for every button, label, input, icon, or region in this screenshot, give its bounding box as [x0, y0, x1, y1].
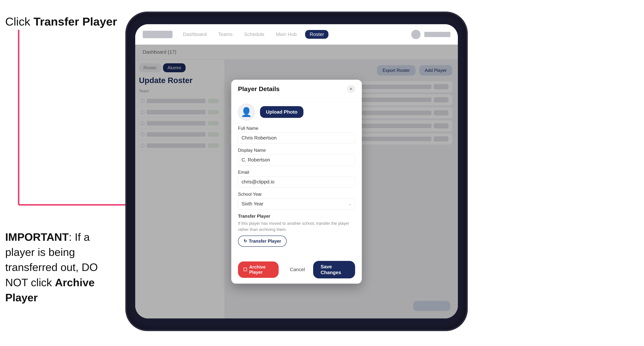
save-changes-button[interactable]: Save Changes: [313, 261, 355, 278]
nav-user-text: [424, 32, 450, 37]
transfer-button-label: Transfer Player: [249, 239, 281, 244]
email-group: Email chris@clippd.io: [238, 170, 355, 187]
instruction-important: IMPORTANT: [5, 231, 69, 243]
nav-right: [411, 30, 450, 39]
nav-item-teams[interactable]: Teams: [215, 30, 236, 39]
display-name-label: Display Name: [238, 148, 355, 153]
email-label: Email: [238, 170, 355, 175]
full-name-input[interactable]: Chris Robertson: [238, 132, 355, 144]
cancel-button[interactable]: Cancel: [284, 264, 310, 275]
dialog-header: Player Details ×: [231, 80, 362, 99]
nav-bar: Dashboard Teams Schedule Main Hub Roster: [135, 24, 458, 45]
instruction-bottom: IMPORTANT: If a player is being transfer…: [5, 229, 114, 305]
instruction-prefix: Click: [5, 15, 34, 28]
display-name-group: Display Name C. Robertson: [238, 148, 355, 166]
avatar-icon: 👤: [241, 107, 252, 117]
nav-item-schedule[interactable]: Schedule: [241, 30, 267, 39]
full-name-label: Full Name: [238, 126, 355, 131]
instruction-bold: Transfer Player: [34, 15, 117, 28]
nav-item-roster[interactable]: Roster: [305, 30, 328, 39]
school-year-value: Sixth Year: [242, 201, 263, 207]
app-logo: [143, 31, 172, 38]
dialog-close-button[interactable]: ×: [347, 85, 355, 93]
nav-avatar: [411, 30, 420, 39]
display-name-input[interactable]: C. Robertson: [238, 154, 355, 166]
dialog-body: 👤 Upload Photo Full Name Chris Robertson: [231, 99, 362, 257]
transfer-description: If this player has moved to another scho…: [238, 220, 355, 233]
archive-player-button[interactable]: ☐ Archive Player: [238, 261, 279, 278]
player-details-dialog: Player Details × 👤 Upload Photo: [231, 80, 362, 284]
transfer-section: Transfer Player If this player has moved…: [238, 214, 355, 247]
avatar-placeholder: 👤: [238, 104, 255, 121]
school-year-label: School Year: [238, 192, 355, 197]
nav-item-dashboard[interactable]: Dashboard: [180, 30, 210, 39]
dialog-title: Player Details: [238, 85, 280, 93]
nav-item-mainhub[interactable]: Main Hub: [273, 30, 300, 39]
school-year-group: School Year Sixth Year ⌄: [238, 192, 355, 209]
archive-label: Archive Player: [249, 264, 274, 275]
chevron-down-icon: ⌄: [348, 202, 352, 206]
email-input[interactable]: chris@clippd.io: [238, 176, 355, 187]
instruction-top: Click Transfer Player: [5, 15, 117, 28]
transfer-icon: ↻: [244, 239, 247, 244]
transfer-player-button[interactable]: ↻ Transfer Player: [238, 236, 287, 247]
dialog-footer: ☐ Archive Player Cancel Save Changes: [231, 257, 362, 284]
nav-items: Dashboard Teams Schedule Main Hub Roster: [180, 30, 404, 39]
school-year-select[interactable]: Sixth Year ⌄: [238, 198, 355, 209]
transfer-title: Transfer Player: [238, 214, 355, 219]
full-name-group: Full Name Chris Robertson: [238, 126, 355, 144]
content-area: Dashboard (17) Roster Alumni Update Rost…: [135, 45, 458, 319]
upload-photo-button[interactable]: Upload Photo: [260, 106, 304, 118]
tablet-frame: Dashboard Teams Schedule Main Hub Roster…: [127, 13, 466, 330]
tablet-screen: Dashboard Teams Schedule Main Hub Roster…: [135, 24, 458, 319]
photo-section: 👤 Upload Photo: [238, 104, 355, 121]
app-background: Dashboard Teams Schedule Main Hub Roster…: [135, 24, 458, 319]
dialog-overlay: Player Details × 👤 Upload Photo: [135, 45, 458, 319]
archive-icon: ☐: [243, 267, 247, 272]
